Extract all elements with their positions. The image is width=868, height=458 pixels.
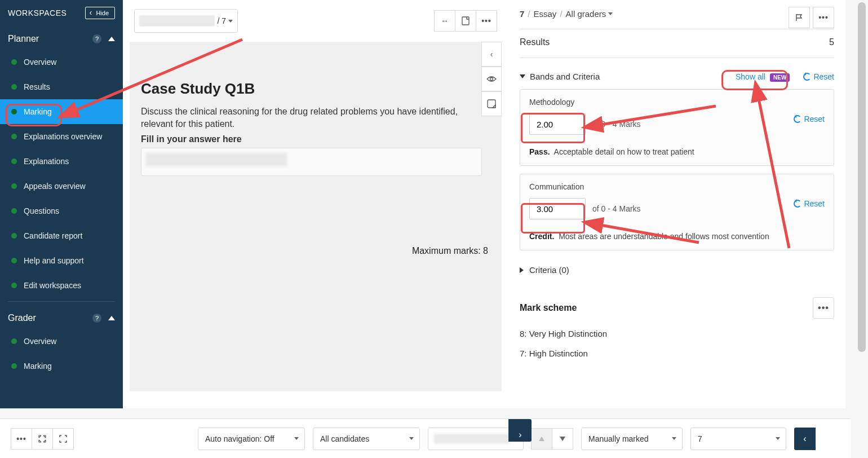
reset-bands-link[interactable]: Reset xyxy=(803,72,834,81)
nav-up-icon[interactable] xyxy=(531,428,552,450)
nav-down-icon[interactable] xyxy=(552,428,573,450)
bands-toggle[interactable]: Bands and Criteria xyxy=(520,72,600,81)
scheme-item: 7: High Distinction xyxy=(520,349,834,358)
max-marks: Maximum marks: 8 xyxy=(412,246,488,256)
results-value: 5 xyxy=(829,37,834,47)
note-icon[interactable] xyxy=(481,91,502,116)
fit-width-icon[interactable]: ↔ xyxy=(434,10,455,32)
show-all-link[interactable]: Show all NEW xyxy=(736,72,790,81)
results-label: Results xyxy=(520,37,550,47)
svg-point-1 xyxy=(490,78,493,81)
sidebar-item-grader-overview[interactable]: Overview xyxy=(0,329,123,354)
graders-dropdown[interactable]: All graders xyxy=(566,9,613,19)
question-select[interactable]: 7 xyxy=(690,428,786,450)
sidebar-item-overview[interactable]: Overview xyxy=(0,50,123,74)
sidebar-item-marking[interactable]: Marking xyxy=(0,99,123,124)
collapse-icon[interactable]: ‹ xyxy=(481,42,502,67)
undo-icon xyxy=(803,73,811,81)
undo-icon xyxy=(794,200,801,208)
question-prompt: Discuss the clinical reasoning for the d… xyxy=(141,105,462,131)
chevron-up-icon[interactable] xyxy=(108,37,115,41)
svg-rect-0 xyxy=(462,17,469,25)
mark-scheme-label: Mark scheme xyxy=(520,303,577,313)
hide-button[interactable]: Hide xyxy=(85,7,115,19)
reset-methodology-link[interactable]: Reset xyxy=(794,114,825,124)
sidebar: WORKSPACES Hide Planner ? Overview Resul… xyxy=(0,0,123,408)
methodology-score-input[interactable] xyxy=(529,113,586,135)
page-icon[interactable] xyxy=(455,10,476,32)
sidebar-item-explanations[interactable]: Explanations xyxy=(0,149,123,174)
answer-box xyxy=(141,148,482,176)
criterion-communication: Communication of 0 - 4 Marks Reset Credi… xyxy=(520,174,834,250)
communication-score-input[interactable] xyxy=(529,198,586,219)
help-icon[interactable]: ? xyxy=(92,34,101,43)
autonav-select[interactable]: Auto navigation: Off xyxy=(198,428,305,450)
candidates-select[interactable]: All candidates xyxy=(313,428,420,450)
section-grader-head[interactable]: Grader ? xyxy=(0,305,123,329)
sidebar-item-help-support[interactable]: Help and support xyxy=(0,248,123,273)
triangle-down-icon xyxy=(520,74,525,78)
more-icon[interactable]: ••• xyxy=(11,428,32,450)
criteria-toggle[interactable]: Criteria (0) xyxy=(520,265,834,275)
chevron-up-icon[interactable] xyxy=(108,316,115,320)
fill-label: Fill in your answer here xyxy=(141,134,490,144)
reset-communication-link[interactable]: Reset xyxy=(794,199,825,208)
undo-icon xyxy=(794,115,801,123)
fullscreen-icon[interactable] xyxy=(52,428,74,450)
eye-icon[interactable] xyxy=(481,67,502,91)
question-panel: / 7 ↔ ••• ‹ Case Study Q1B Discuss the c… xyxy=(123,0,508,408)
more-icon[interactable]: ••• xyxy=(476,10,497,32)
workspaces-title: WORKSPACES xyxy=(8,8,67,17)
caret-down-icon xyxy=(228,20,233,23)
new-badge: NEW xyxy=(770,73,790,82)
more-icon[interactable]: ••• xyxy=(813,7,834,28)
sidebar-item-explanations-overview[interactable]: Explanations overview xyxy=(0,124,123,149)
prev-button[interactable]: ‹ xyxy=(794,428,816,450)
sidebar-item-grader-marking[interactable]: Marking xyxy=(0,354,123,378)
mark-scheme-more-icon[interactable]: ••• xyxy=(813,297,834,319)
sidebar-item-questions[interactable]: Questions xyxy=(0,199,123,223)
scheme-item: 8: Very High Distinction xyxy=(520,329,834,338)
expand-icon[interactable] xyxy=(32,428,53,450)
triangle-right-icon xyxy=(520,267,524,273)
grading-panel: 7 / Essay / All graders ••• Results 5 Ba… xyxy=(508,0,845,408)
flag-icon[interactable] xyxy=(789,7,810,28)
help-icon[interactable]: ? xyxy=(92,314,101,323)
sidebar-item-edit-workspaces[interactable]: Edit workspaces xyxy=(0,273,123,298)
breadcrumb: 7 / Essay / All graders xyxy=(520,9,834,19)
sidebar-item-candidate-report[interactable]: Candidate report xyxy=(0,223,123,248)
marked-select[interactable]: Manually marked xyxy=(581,428,683,450)
student-dropdown[interactable]: / 7 xyxy=(134,9,238,33)
next-button[interactable]: › xyxy=(508,419,532,442)
question-title: Case Study Q1B xyxy=(141,80,490,98)
sidebar-item-appeals-overview[interactable]: Appeals overview xyxy=(0,174,123,199)
section-planner-head[interactable]: Planner ? xyxy=(0,26,123,50)
criterion-methodology: Methodology of 0 - 4 Marks Reset Pass. A… xyxy=(520,89,834,166)
bottom-toolbar: ••• Auto navigation: Off All candidates … xyxy=(0,419,851,458)
sidebar-item-results[interactable]: Results xyxy=(0,74,123,99)
scrollbar-vertical[interactable] xyxy=(858,2,866,406)
